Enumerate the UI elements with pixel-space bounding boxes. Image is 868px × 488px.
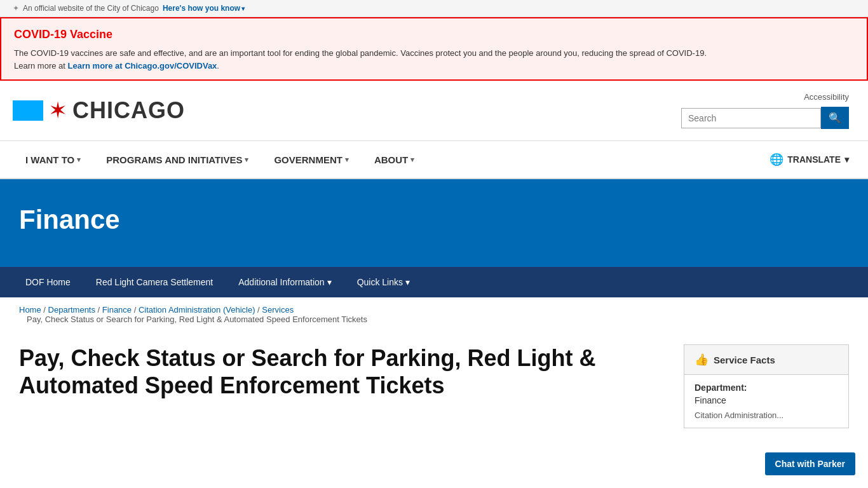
how-to-know-link[interactable]: Here's how you know (163, 4, 245, 13)
search-input[interactable] (681, 108, 821, 128)
chevron-down-icon: ▾ (405, 277, 410, 287)
service-facts-body: Department: Finance Citation Administrat… (684, 375, 848, 428)
globe-icon: 🌐 (770, 152, 783, 166)
thumbs-up-icon: 👍 (695, 353, 709, 367)
chicago-star-icon: ✶ (48, 97, 67, 124)
covid-learn-link[interactable]: Learn more at Chicago.gov/COVIDVax (68, 61, 217, 71)
page-hero-title: Finance (19, 205, 849, 235)
nav-item-i-want-to[interactable]: I WANT TO ▾ (13, 143, 93, 177)
sub-nav-red-light[interactable]: Red Light Camera Settlement (83, 267, 226, 297)
chicago-logo-text: CHICAGO (72, 97, 185, 124)
chevron-down-icon: ▾ (345, 156, 349, 164)
chevron-down-icon: ▾ (410, 156, 414, 164)
breadcrumb-finance[interactable]: Finance (102, 305, 132, 315)
translate-label: TRANSLATE (787, 154, 841, 165)
service-facts-label: Service Facts (714, 355, 775, 365)
hero-section: Finance (0, 179, 868, 267)
covid-title: COVID-19 Vaccine (14, 26, 854, 43)
covid-banner: COVID-19 Vaccine The COVID-19 vaccines a… (0, 17, 868, 81)
search-bar: 🔍 (681, 107, 849, 129)
department-value: Finance (695, 395, 838, 405)
main-content: Pay, Check Status or Search for Parking,… (19, 344, 665, 428)
header-right: Accessibility 🔍 (681, 92, 849, 129)
site-header: ✶ CHICAGO Accessibility 🔍 (0, 81, 868, 141)
chevron-down-icon: ▾ (327, 277, 332, 287)
breadcrumb-departments[interactable]: Departments (48, 305, 95, 315)
page-title: Pay, Check Status or Search for Parking,… (19, 344, 665, 399)
breadcrumb-home[interactable]: Home (19, 305, 41, 315)
breadcrumb-services[interactable]: Services (262, 305, 294, 315)
sub-label: Citation Administration... (695, 410, 838, 420)
sub-nav-dof-home[interactable]: DOF Home (13, 267, 83, 297)
nav-item-about[interactable]: ABOUT ▾ (362, 143, 427, 177)
chevron-down-icon: ▾ (844, 154, 849, 165)
service-facts-box: 👍 Service Facts Department: Finance Cita… (684, 344, 849, 428)
official-text: An official website of the City of Chica… (23, 4, 159, 13)
sub-nav-additional-info[interactable]: Additional Information ▾ (226, 267, 344, 297)
sub-nav-quick-links[interactable]: Quick Links ▾ (344, 267, 423, 297)
accessibility-label: Accessibility (804, 92, 849, 102)
breadcrumb: Home / Departments / Finance / Citation … (0, 297, 868, 332)
main-nav: I WANT TO ▾ PROGRAMS AND INITIATIVES ▾ G… (0, 141, 868, 179)
site-logo[interactable]: ✶ CHICAGO (13, 97, 185, 124)
sub-nav: DOF Home Red Light Camera Settlement Add… (0, 267, 868, 297)
nav-item-programs[interactable]: PROGRAMS AND INITIATIVES ▾ (93, 143, 261, 177)
star-icon: ✦ (13, 4, 19, 13)
chevron-down-icon: ▾ (77, 156, 81, 164)
breadcrumb-current: Pay, Check Status or Search for Parking,… (27, 315, 367, 324)
top-bar: ✦ An official website of the City of Chi… (0, 0, 868, 17)
chicago-flag (13, 100, 43, 121)
sidebar: 👍 Service Facts Department: Finance Cita… (684, 344, 849, 428)
content-area: Pay, Check Status or Search for Parking,… (0, 332, 868, 447)
nav-item-government[interactable]: GOVERNMENT ▾ (261, 143, 362, 177)
nav-items: I WANT TO ▾ PROGRAMS AND INITIATIVES ▾ G… (13, 143, 763, 177)
search-button[interactable]: 🔍 (821, 107, 849, 129)
covid-body: The COVID-19 vaccines are safe and effec… (14, 47, 854, 72)
chevron-down-icon: ▾ (245, 156, 248, 164)
translate-section[interactable]: 🌐 TRANSLATE ▾ (763, 141, 855, 178)
service-facts-header: 👍 Service Facts (684, 345, 848, 375)
department-label: Department: (695, 383, 838, 393)
breadcrumb-citation[interactable]: Citation Administration (Vehicle) (139, 305, 255, 315)
